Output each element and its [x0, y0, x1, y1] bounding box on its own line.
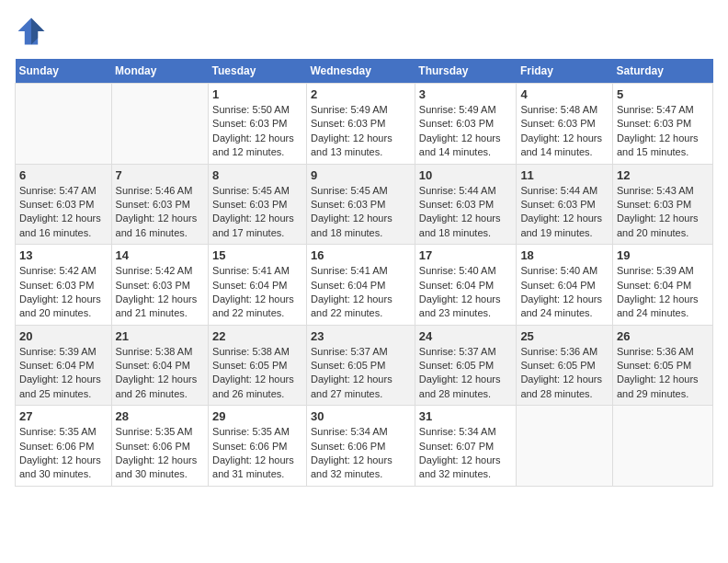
day-info: Sunrise: 5:47 AMSunset: 6:03 PMDaylight:…: [617, 103, 709, 160]
calendar-cell: 24Sunrise: 5:37 AMSunset: 6:05 PMDayligh…: [415, 325, 517, 406]
day-number: 20: [19, 329, 108, 343]
calendar-table: SundayMondayTuesdayWednesdayThursdayFrid…: [15, 59, 713, 487]
calendar-cell: 30Sunrise: 5:34 AMSunset: 6:06 PMDayligh…: [306, 406, 415, 487]
day-number: 22: [212, 329, 302, 343]
day-info: Sunrise: 5:38 AMSunset: 6:04 PMDaylight:…: [116, 345, 204, 402]
day-info: Sunrise: 5:35 AMSunset: 6:06 PMDaylight:…: [19, 425, 108, 482]
header-cell: Saturday: [612, 59, 712, 84]
calendar-cell: 5Sunrise: 5:47 AMSunset: 6:03 PMDaylight…: [612, 84, 712, 165]
day-number: 25: [520, 329, 609, 343]
calendar-week-row: 27Sunrise: 5:35 AMSunset: 6:06 PMDayligh…: [16, 406, 713, 487]
day-info: Sunrise: 5:38 AMSunset: 6:05 PMDaylight:…: [212, 345, 302, 402]
calendar-week-row: 20Sunrise: 5:39 AMSunset: 6:04 PMDayligh…: [16, 325, 713, 406]
calendar-cell: 28Sunrise: 5:35 AMSunset: 6:06 PMDayligh…: [111, 406, 208, 487]
day-number: 27: [19, 409, 108, 423]
calendar-cell: [16, 84, 112, 165]
calendar-cell: 15Sunrise: 5:41 AMSunset: 6:04 PMDayligh…: [209, 245, 307, 326]
day-number: 11: [520, 168, 609, 182]
calendar-cell: 13Sunrise: 5:42 AMSunset: 6:03 PMDayligh…: [16, 245, 112, 326]
header-cell: Tuesday: [209, 59, 307, 84]
day-number: 16: [311, 248, 411, 262]
day-info: Sunrise: 5:39 AMSunset: 6:04 PMDaylight:…: [617, 264, 709, 321]
calendar-header: SundayMondayTuesdayWednesdayThursdayFrid…: [16, 59, 713, 84]
day-number: 8: [212, 168, 302, 182]
calendar-cell: 14Sunrise: 5:42 AMSunset: 6:03 PMDayligh…: [111, 245, 208, 326]
day-number: 28: [116, 409, 204, 423]
calendar-cell: 19Sunrise: 5:39 AMSunset: 6:04 PMDayligh…: [612, 245, 712, 326]
calendar-cell: [111, 84, 208, 165]
calendar-cell: 7Sunrise: 5:46 AMSunset: 6:03 PMDaylight…: [111, 164, 208, 245]
calendar-cell: 18Sunrise: 5:40 AMSunset: 6:04 PMDayligh…: [517, 245, 613, 326]
calendar-cell: 3Sunrise: 5:49 AMSunset: 6:03 PMDaylight…: [415, 84, 517, 165]
day-info: Sunrise: 5:50 AMSunset: 6:03 PMDaylight:…: [212, 103, 302, 160]
header-cell: Thursday: [415, 59, 517, 84]
day-number: 14: [116, 248, 204, 262]
day-number: 5: [617, 87, 709, 101]
calendar-cell: 25Sunrise: 5:36 AMSunset: 6:05 PMDayligh…: [517, 325, 613, 406]
day-info: Sunrise: 5:42 AMSunset: 6:03 PMDaylight:…: [116, 264, 204, 321]
day-number: 13: [19, 248, 108, 262]
day-info: Sunrise: 5:37 AMSunset: 6:05 PMDaylight:…: [419, 345, 513, 402]
day-info: Sunrise: 5:41 AMSunset: 6:04 PMDaylight:…: [212, 264, 302, 321]
calendar-cell: 2Sunrise: 5:49 AMSunset: 6:03 PMDaylight…: [306, 84, 415, 165]
day-number: 23: [311, 329, 411, 343]
calendar-cell: 9Sunrise: 5:45 AMSunset: 6:03 PMDaylight…: [306, 164, 415, 245]
day-number: 18: [520, 248, 609, 262]
header-cell: Friday: [517, 59, 613, 84]
day-number: 24: [419, 329, 513, 343]
day-info: Sunrise: 5:44 AMSunset: 6:03 PMDaylight:…: [520, 184, 609, 241]
day-number: 17: [419, 248, 513, 262]
day-number: 4: [520, 87, 609, 101]
day-number: 12: [617, 168, 709, 182]
calendar-cell: 10Sunrise: 5:44 AMSunset: 6:03 PMDayligh…: [415, 164, 517, 245]
day-info: Sunrise: 5:47 AMSunset: 6:03 PMDaylight:…: [19, 184, 108, 241]
calendar-cell: 27Sunrise: 5:35 AMSunset: 6:06 PMDayligh…: [16, 406, 112, 487]
header-row: SundayMondayTuesdayWednesdayThursdayFrid…: [16, 59, 713, 84]
day-info: Sunrise: 5:45 AMSunset: 6:03 PMDaylight:…: [311, 184, 411, 241]
day-number: 9: [311, 168, 411, 182]
day-info: Sunrise: 5:46 AMSunset: 6:03 PMDaylight:…: [116, 184, 204, 241]
calendar-cell: 8Sunrise: 5:45 AMSunset: 6:03 PMDaylight…: [209, 164, 307, 245]
calendar-cell: [612, 406, 712, 487]
calendar-week-row: 1Sunrise: 5:50 AMSunset: 6:03 PMDaylight…: [16, 84, 713, 165]
day-number: 3: [419, 87, 513, 101]
day-info: Sunrise: 5:45 AMSunset: 6:03 PMDaylight:…: [212, 184, 302, 241]
header-cell: Sunday: [16, 59, 112, 84]
day-number: 1: [212, 87, 302, 101]
day-number: 19: [617, 248, 709, 262]
page-header: [15, 15, 713, 48]
logo-icon: [15, 15, 48, 48]
calendar-cell: 1Sunrise: 5:50 AMSunset: 6:03 PMDaylight…: [209, 84, 307, 165]
day-info: Sunrise: 5:42 AMSunset: 6:03 PMDaylight:…: [19, 264, 108, 321]
day-number: 29: [212, 409, 302, 423]
day-info: Sunrise: 5:36 AMSunset: 6:05 PMDaylight:…: [617, 345, 709, 402]
day-number: 6: [19, 168, 108, 182]
calendar-week-row: 6Sunrise: 5:47 AMSunset: 6:03 PMDaylight…: [16, 164, 713, 245]
day-info: Sunrise: 5:40 AMSunset: 6:04 PMDaylight:…: [520, 264, 609, 321]
day-info: Sunrise: 5:41 AMSunset: 6:04 PMDaylight:…: [311, 264, 411, 321]
day-info: Sunrise: 5:48 AMSunset: 6:03 PMDaylight:…: [520, 103, 609, 160]
calendar-cell: 26Sunrise: 5:36 AMSunset: 6:05 PMDayligh…: [612, 325, 712, 406]
day-number: 30: [311, 409, 411, 423]
calendar-cell: 21Sunrise: 5:38 AMSunset: 6:04 PMDayligh…: [111, 325, 208, 406]
day-info: Sunrise: 5:49 AMSunset: 6:03 PMDaylight:…: [419, 103, 513, 160]
day-info: Sunrise: 5:43 AMSunset: 6:03 PMDaylight:…: [617, 184, 709, 241]
day-number: 31: [419, 409, 513, 423]
day-info: Sunrise: 5:35 AMSunset: 6:06 PMDaylight:…: [116, 425, 204, 482]
calendar-cell: 17Sunrise: 5:40 AMSunset: 6:04 PMDayligh…: [415, 245, 517, 326]
calendar-body: 1Sunrise: 5:50 AMSunset: 6:03 PMDaylight…: [16, 84, 713, 487]
day-number: 21: [116, 329, 204, 343]
header-cell: Wednesday: [306, 59, 415, 84]
day-info: Sunrise: 5:34 AMSunset: 6:07 PMDaylight:…: [419, 425, 513, 482]
day-info: Sunrise: 5:36 AMSunset: 6:05 PMDaylight:…: [520, 345, 609, 402]
day-number: 10: [419, 168, 513, 182]
day-info: Sunrise: 5:34 AMSunset: 6:06 PMDaylight:…: [311, 425, 411, 482]
calendar-cell: 6Sunrise: 5:47 AMSunset: 6:03 PMDaylight…: [16, 164, 112, 245]
day-number: 2: [311, 87, 411, 101]
day-number: 15: [212, 248, 302, 262]
calendar-cell: 11Sunrise: 5:44 AMSunset: 6:03 PMDayligh…: [517, 164, 613, 245]
calendar-cell: 16Sunrise: 5:41 AMSunset: 6:04 PMDayligh…: [306, 245, 415, 326]
calendar-cell: 20Sunrise: 5:39 AMSunset: 6:04 PMDayligh…: [16, 325, 112, 406]
day-number: 7: [116, 168, 204, 182]
day-info: Sunrise: 5:35 AMSunset: 6:06 PMDaylight:…: [212, 425, 302, 482]
